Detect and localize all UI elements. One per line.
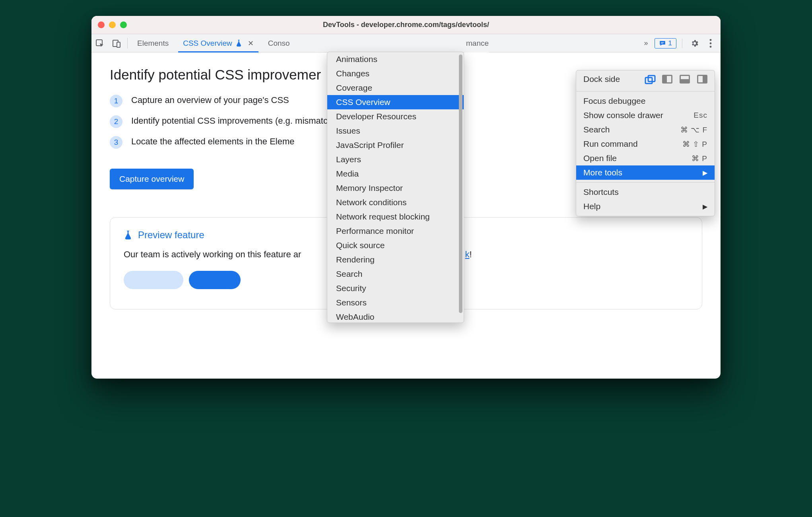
card-pill-button[interactable] xyxy=(189,271,241,289)
chevron-right-icon: ▶ xyxy=(703,169,707,177)
submenu-item-performance-monitor[interactable]: Performance monitor xyxy=(327,224,464,238)
flask-icon xyxy=(124,230,132,240)
flask-icon xyxy=(235,39,242,47)
menu-separator xyxy=(576,182,715,183)
submenu-item-coverage[interactable]: Coverage xyxy=(327,81,464,95)
step-number: 2 xyxy=(110,115,122,128)
tab-css-overview[interactable]: CSS Overview ✕ xyxy=(176,34,261,52)
tab-console[interactable]: Conso xyxy=(261,34,297,52)
menu-item-focus-debuggee[interactable]: Focus debuggee xyxy=(576,94,715,108)
step-text: Locate the affected elements in the Elem… xyxy=(131,135,295,148)
menu-item-more-tools[interactable]: More tools ▶ xyxy=(576,165,715,180)
toolbar-divider xyxy=(682,39,682,48)
submenu-item-changes[interactable]: Changes xyxy=(327,66,464,81)
more-tools-submenu: Animations Changes Coverage CSS Overview… xyxy=(327,52,464,323)
device-toolbar-icon[interactable] xyxy=(108,34,125,52)
dock-icons xyxy=(645,75,707,84)
tab-label: Conso xyxy=(268,39,290,48)
submenu-item-network-request-blocking[interactable]: Network request blocking xyxy=(327,210,464,224)
submenu-item-css-overview[interactable]: CSS Overview xyxy=(327,95,464,109)
tab-elements[interactable]: Elements xyxy=(130,34,176,52)
devtools-window: DevTools - developer.chrome.com/tags/dev… xyxy=(91,16,721,379)
close-tab-icon[interactable]: ✕ xyxy=(248,39,254,48)
inspect-element-icon[interactable] xyxy=(91,34,108,52)
badge-count: 1 xyxy=(668,39,672,47)
dock-side-label: Dock side xyxy=(583,74,640,84)
submenu-item-webaudio[interactable]: WebAudio xyxy=(327,310,464,323)
card-pill-button[interactable] xyxy=(124,271,183,289)
window-title: DevTools - developer.chrome.com/tags/dev… xyxy=(91,21,721,29)
submenu-item-developer-resources[interactable]: Developer Resources xyxy=(327,109,464,124)
submenu-item-javascript-profiler[interactable]: JavaScript Profiler xyxy=(327,138,464,152)
dock-right-icon[interactable] xyxy=(697,75,707,84)
submenu-item-layers[interactable]: Layers xyxy=(327,152,464,167)
menu-item-run-command[interactable]: Run command ⌘ ⇧ P xyxy=(576,137,715,151)
menu-separator xyxy=(576,91,715,91)
svg-point-5 xyxy=(710,39,712,41)
menu-item-show-console-drawer[interactable]: Show console drawer Esc xyxy=(576,108,715,122)
submenu-item-sensors[interactable]: Sensors xyxy=(327,295,464,310)
settings-icon[interactable] xyxy=(688,39,701,48)
step-number: 3 xyxy=(110,136,122,149)
close-window-button[interactable] xyxy=(98,21,105,28)
tab-performance-fragment[interactable]: mance xyxy=(464,34,489,52)
submenu-item-quick-source[interactable]: Quick source xyxy=(327,238,464,253)
svg-rect-2 xyxy=(117,42,120,47)
chevron-right-icon: ▶ xyxy=(703,203,707,210)
more-tabs-icon[interactable]: » xyxy=(641,39,651,47)
svg-rect-3 xyxy=(661,42,664,43)
message-icon xyxy=(659,40,666,47)
zoom-window-button[interactable] xyxy=(120,21,127,28)
step-text: Capture an overview of your page's CSS xyxy=(131,94,289,107)
svg-point-7 xyxy=(710,46,712,48)
minimize-window-button[interactable] xyxy=(109,21,116,28)
submenu-scrollbar[interactable] xyxy=(459,54,462,313)
panel-tabs: Elements CSS Overview ✕ Conso xyxy=(130,34,297,52)
capture-overview-button[interactable]: Capture overview xyxy=(110,169,194,189)
kebab-menu-icon[interactable] xyxy=(705,39,717,48)
dock-left-icon[interactable] xyxy=(662,75,672,84)
step-number: 1 xyxy=(110,95,122,107)
tab-label: Elements xyxy=(137,39,169,48)
submenu-scroll[interactable]: Animations Changes Coverage CSS Overview… xyxy=(327,52,464,323)
submenu-item-security[interactable]: Security xyxy=(327,281,464,295)
dock-bottom-icon[interactable] xyxy=(680,75,690,84)
svg-point-6 xyxy=(710,42,712,44)
submenu-item-media[interactable]: Media xyxy=(327,167,464,181)
submenu-item-network-conditions[interactable]: Network conditions xyxy=(327,195,464,210)
menu-item-help[interactable]: Help ▶ xyxy=(576,199,715,214)
card-title: Preview feature xyxy=(138,229,204,241)
submenu-item-rendering[interactable]: Rendering xyxy=(327,253,464,267)
toolbar: Elements CSS Overview ✕ Conso » 1 xyxy=(91,34,721,52)
dock-undock-icon[interactable] xyxy=(645,75,655,84)
menu-item-open-file[interactable]: Open file ⌘ P xyxy=(576,151,715,165)
tab-label: mance xyxy=(466,39,489,48)
submenu-item-animations[interactable]: Animations xyxy=(327,52,464,66)
issues-badge[interactable]: 1 xyxy=(655,38,676,49)
submenu-item-search[interactable]: Search xyxy=(327,267,464,281)
menu-item-shortcuts[interactable]: Shortcuts xyxy=(576,185,715,199)
svg-rect-4 xyxy=(661,43,663,43)
toolbar-right: » 1 xyxy=(641,34,721,52)
step-text: Identify potential CSS improvements (e.g… xyxy=(131,115,345,127)
toolbar-divider xyxy=(127,38,128,49)
tab-label: CSS Overview xyxy=(183,39,232,48)
submenu-item-issues[interactable]: Issues xyxy=(327,124,464,138)
feedback-link-fragment[interactable]: k xyxy=(465,249,470,259)
submenu-item-memory-inspector[interactable]: Memory Inspector xyxy=(327,181,464,195)
menu-item-search[interactable]: Search ⌘ ⌥ F xyxy=(576,122,715,137)
main-menu: Dock side Focus debuggee Show console dr… xyxy=(576,70,715,216)
dock-side-row: Dock side xyxy=(576,70,715,89)
traffic-lights xyxy=(98,21,127,28)
titlebar: DevTools - developer.chrome.com/tags/dev… xyxy=(91,16,721,34)
